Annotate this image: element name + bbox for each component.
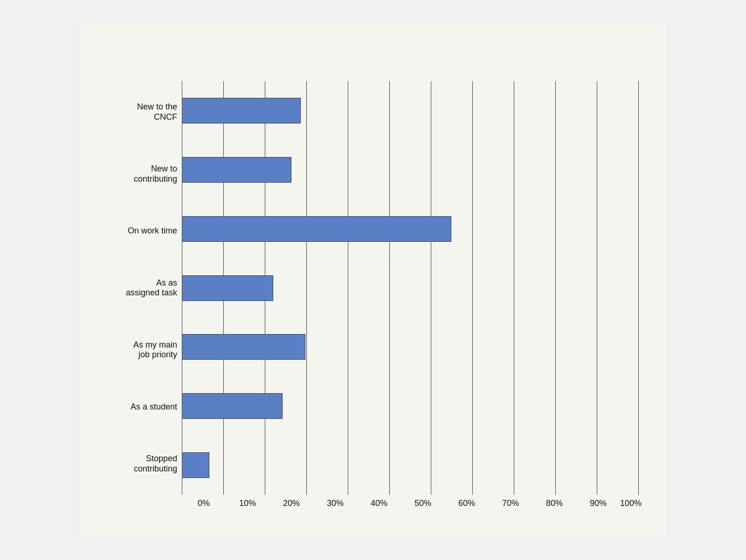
bar-row bbox=[182, 332, 639, 362]
bar-row bbox=[182, 450, 639, 480]
y-label: New to theCNCF bbox=[107, 102, 177, 122]
bar-row bbox=[182, 391, 639, 421]
bar bbox=[182, 275, 273, 301]
y-label: On work time bbox=[107, 226, 177, 236]
chart-container: New to theCNCFNew tocontributingOn work … bbox=[79, 24, 667, 536]
bars-wrapper bbox=[182, 81, 639, 495]
y-label: Stoppedcontributing bbox=[107, 454, 177, 474]
y-label: As asassigned task bbox=[107, 278, 177, 298]
bar bbox=[182, 334, 305, 360]
chart-title bbox=[107, 42, 639, 62]
x-axis-labels: 0%10%20%30%40%50%60%70%80%90%100% bbox=[182, 499, 639, 508]
x-axis-label: 90% bbox=[576, 499, 620, 508]
x-axis-label: 0% bbox=[182, 499, 226, 508]
x-axis-label: 70% bbox=[489, 499, 532, 508]
bar bbox=[182, 216, 451, 242]
x-axis-label: 100% bbox=[620, 499, 639, 508]
bar bbox=[182, 98, 301, 123]
bar-row bbox=[182, 214, 639, 244]
y-label: As a student bbox=[107, 402, 177, 412]
x-axis-label: 20% bbox=[269, 499, 313, 508]
bar-row bbox=[182, 155, 639, 185]
chart-area: New to theCNCFNew tocontributingOn work … bbox=[107, 81, 639, 508]
x-axis-label: 30% bbox=[313, 499, 357, 508]
x-axis-label: 60% bbox=[445, 499, 489, 508]
y-labels: New to theCNCFNew tocontributingOn work … bbox=[107, 81, 182, 495]
bar-row bbox=[182, 96, 639, 126]
x-axis-label: 40% bbox=[357, 499, 401, 508]
x-axis-label: 50% bbox=[401, 499, 445, 508]
y-label: New tocontributing bbox=[107, 164, 177, 184]
bar bbox=[182, 393, 283, 419]
x-axis-label: 80% bbox=[532, 499, 576, 508]
bars-section: New to theCNCFNew tocontributingOn work … bbox=[107, 81, 639, 495]
bar bbox=[182, 452, 209, 478]
bar bbox=[182, 157, 291, 183]
y-label: As my mainjob priority bbox=[107, 340, 177, 360]
x-axis-label: 10% bbox=[226, 499, 269, 508]
bars-and-grid bbox=[182, 81, 639, 495]
bar-row bbox=[182, 273, 639, 303]
